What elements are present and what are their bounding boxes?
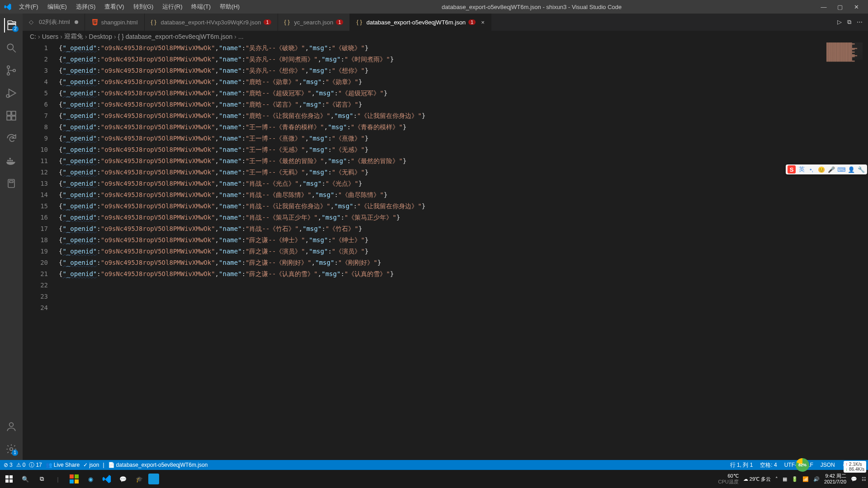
code-line[interactable]: {"_openid":"o9sNc495J8ropV5Ol8PMWivXMwOk…: [59, 65, 868, 76]
code-line[interactable]: {"_openid":"o9sNc495J8ropV5Ol8PMWivXMwOk…: [59, 76, 868, 88]
breadcrumb-segment[interactable]: ...: [238, 33, 244, 40]
code-line[interactable]: {"_openid":"o9sNc495J8ropV5Ol8PMWivXMwOk…: [59, 42, 868, 54]
breadcrumb-segment[interactable]: C:: [30, 33, 36, 40]
status-errors[interactable]: ⊘ 3: [4, 462, 13, 468]
ime-user-icon[interactable]: 👤: [847, 165, 855, 174]
code-line[interactable]: {"_openid":"o9sNc495J8ropV5Ol8PMWivXMwOk…: [59, 268, 868, 280]
code-line[interactable]: {"_openid":"o9sNc495J8ropV5Ol8PMWivXMwOk…: [59, 189, 868, 201]
run-icon[interactable]: ▷: [837, 19, 842, 26]
tray-chevron-icon[interactable]: ˄: [775, 476, 778, 482]
breadcrumb-segment[interactable]: 迎霜兔: [64, 33, 83, 41]
debug-icon[interactable]: [4, 86, 19, 100]
taskview-icon[interactable]: ⧉: [34, 472, 49, 486]
ime-keyboard-icon[interactable]: ⌨: [837, 165, 845, 174]
menu-item-1[interactable]: 编辑(E): [44, 1, 71, 13]
more-icon[interactable]: ⋯: [857, 19, 863, 26]
tray-misc-icon[interactable]: ☷: [862, 476, 866, 482]
explorer-icon[interactable]: 2: [4, 18, 19, 33]
tab-0[interactable]: ◇02列表.html: [23, 14, 85, 31]
ime-sogou-icon[interactable]: S: [788, 165, 796, 174]
code-line[interactable]: {"_openid":"o9sNc495J8ropV5Ol8PMWivXMwOk…: [59, 133, 868, 144]
app-icon-1[interactable]: 🎓: [132, 472, 146, 486]
search-taskbar-icon[interactable]: 🔍: [18, 472, 33, 486]
tray-wifi-icon[interactable]: 📶: [802, 476, 809, 482]
status-lang[interactable]: JSON: [821, 462, 835, 468]
tray-notif-icon[interactable]: 💬: [851, 476, 857, 482]
tray-battery-icon[interactable]: 🔋: [792, 476, 798, 482]
code-line[interactable]: {"_openid":"o9sNc495J8ropV5Ol8PMWivXMwOk…: [59, 257, 868, 268]
settings-icon[interactable]: 1: [4, 442, 19, 456]
forward-icon[interactable]: [4, 131, 19, 145]
code-line[interactable]: {"_openid":"o9sNc495J8ropV5Ol8PMWivXMwOk…: [59, 223, 868, 235]
breadcrumb-segment[interactable]: Users: [42, 33, 59, 40]
wechat-icon[interactable]: 💬: [116, 472, 130, 486]
docker-icon[interactable]: [4, 154, 19, 168]
code-line[interactable]: {"_openid":"o9sNc495J8ropV5Ol8PMWivXMwOk…: [59, 246, 868, 257]
ime-lang-icon[interactable]: 英: [797, 165, 806, 174]
maximize-button[interactable]: ▢: [836, 3, 844, 10]
network-speed[interactable]: 2.1K/s 86.4K/s: [844, 461, 866, 473]
close-icon[interactable]: ×: [481, 19, 485, 26]
code-line[interactable]: {"_openid":"o9sNc495J8ropV5Ol8PMWivXMwOk…: [59, 88, 868, 99]
minimize-button[interactable]: —: [820, 3, 827, 10]
code-line[interactable]: {"_openid":"o9sNc495J8ropV5Ol8PMWivXMwOk…: [59, 167, 868, 178]
cpu-temp[interactable]: 60℃ CPU温度: [718, 473, 738, 485]
tray-clock[interactable]: 9:42 周二 2021/7/20: [824, 473, 846, 485]
tab-2[interactable]: { }database_export-HVxp3o9WqKr9.json1: [145, 14, 278, 31]
browser-icon[interactable]: ◉: [83, 472, 98, 486]
menu-item-6[interactable]: 终端(T): [188, 1, 214, 13]
code-line[interactable]: {"_openid":"o9sNc495J8ropV5Ol8PMWivXMwOk…: [59, 155, 868, 167]
tab-1[interactable]: shangpin.html: [85, 14, 145, 31]
ime-punct-icon[interactable]: •,: [807, 165, 816, 174]
breadcrumb-segment[interactable]: { } database_export-o5ev8eqjWT6m.json: [118, 33, 233, 40]
breadcrumbs[interactable]: C: › Users › 迎霜兔 › Desktop › { } databas…: [23, 31, 868, 42]
weather-widget[interactable]: ☁ 29℃ 多云: [743, 476, 771, 483]
status-cursor-pos[interactable]: 行 1, 列 1: [730, 461, 753, 469]
device-icon[interactable]: [4, 176, 19, 191]
status-json-check[interactable]: ✓ json: [83, 462, 99, 468]
ime-tools-icon[interactable]: 🔧: [857, 165, 865, 174]
code-line[interactable]: {"_openid":"o9sNc495J8ropV5Ol8PMWivXMwOk…: [59, 122, 868, 133]
code-line[interactable]: {"_openid":"o9sNc495J8ropV5Ol8PMWivXMwOk…: [59, 144, 868, 155]
app-icon-2[interactable]: [148, 474, 159, 484]
menu-item-5[interactable]: 运行(R): [159, 1, 186, 13]
vscode-task-icon[interactable]: [99, 472, 114, 486]
code-line[interactable]: [59, 291, 868, 302]
code-line[interactable]: {"_openid":"o9sNc495J8ropV5Ol8PMWivXMwOk…: [59, 212, 868, 223]
status-warnings[interactable]: ⚠ 0: [16, 462, 26, 468]
perf-gauge[interactable]: 82%: [796, 458, 809, 472]
tab-3[interactable]: { }yc_search.json1: [278, 14, 350, 31]
liveshare-button[interactable]: 👥 Live Share: [46, 462, 80, 468]
status-infos[interactable]: ⓘ 17: [29, 461, 42, 469]
tray-volume-icon[interactable]: 🔊: [813, 476, 820, 482]
breadcrumb-segment[interactable]: Desktop: [89, 33, 112, 40]
code-area[interactable]: {"_openid":"o9sNc495J8ropV5Ol8PMWivXMwOk…: [59, 42, 868, 460]
code-line[interactable]: [59, 302, 868, 314]
menu-item-0[interactable]: 文件(F): [15, 1, 42, 13]
status-spaces[interactable]: 空格: 4: [760, 461, 777, 469]
ime-toolbar[interactable]: S 英 •, 😊 🎤 ⌨ 👤 🔧: [786, 164, 867, 174]
start-button[interactable]: [2, 472, 16, 486]
search-icon[interactable]: [4, 41, 19, 55]
ime-mic-icon[interactable]: 🎤: [827, 165, 835, 174]
code-line[interactable]: [59, 280, 868, 291]
code-line[interactable]: {"_openid":"o9sNc495J8ropV5Ol8PMWivXMwOk…: [59, 235, 868, 246]
status-filename[interactable]: 📄 database_export-o5ev8eqjWT6m.json: [108, 462, 208, 468]
source-control-icon[interactable]: [4, 63, 19, 78]
account-icon[interactable]: [4, 419, 19, 434]
tab-4[interactable]: { }database_export-o5ev8eqjWT6m.json1×: [350, 14, 491, 31]
microsoft-icon[interactable]: [67, 472, 81, 486]
close-button[interactable]: ✕: [853, 3, 860, 10]
ime-emoji-icon[interactable]: 😊: [817, 165, 826, 174]
menu-item-2[interactable]: 选择(S): [72, 1, 99, 13]
code-line[interactable]: {"_openid":"o9sNc495J8ropV5Ol8PMWivXMwOk…: [59, 178, 868, 189]
minimap[interactable]: ████████████████████████████████████████…: [826, 42, 863, 60]
tray-app-icon[interactable]: ▦: [783, 476, 787, 482]
split-icon[interactable]: ⧉: [847, 19, 851, 26]
code-line[interactable]: {"_openid":"o9sNc495J8ropV5Ol8PMWivXMwOk…: [59, 201, 868, 212]
extensions-icon[interactable]: [4, 108, 19, 123]
menu-item-3[interactable]: 查看(V): [101, 1, 127, 13]
menu-item-7[interactable]: 帮助(H): [216, 1, 243, 13]
menu-item-4[interactable]: 转到(G): [130, 1, 157, 13]
code-line[interactable]: {"_openid":"o9sNc495J8ropV5Ol8PMWivXMwOk…: [59, 54, 868, 65]
